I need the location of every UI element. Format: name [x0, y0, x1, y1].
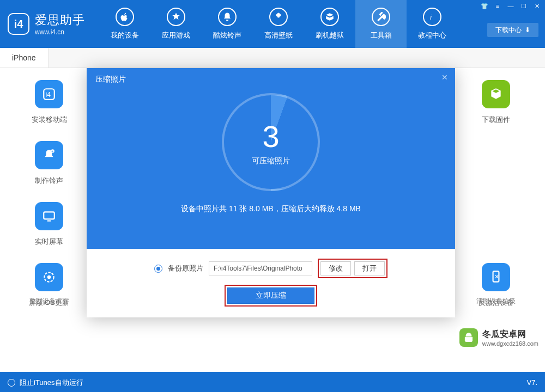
gear-block-icon — [35, 263, 63, 291]
tool-label: 下载固件 — [482, 115, 510, 125]
svg-text:✕: ✕ — [494, 273, 499, 280]
svg-text:i: i — [430, 14, 432, 21]
backup-original-radio[interactable] — [154, 265, 162, 273]
download-icon: ⬇ — [525, 26, 530, 34]
svg-point-8 — [47, 275, 51, 279]
cube-icon — [482, 80, 510, 108]
download-center-button[interactable]: 下载中心⬇ — [487, 23, 538, 37]
titlebar: i4 爱思助手 www.i4.cn 我的设备 应用游戏 酷炫铃声 高清壁纸 刷机… — [0, 0, 545, 48]
app-url: www.i4.cn — [35, 28, 85, 36]
app-name: 爱思助手 — [35, 12, 85, 28]
dialog-footer: 备份原照片 修改 打开 立即压缩 — [87, 249, 455, 317]
tool-install-mobile[interactable]: i4安装移动端 — [16, 80, 82, 141]
bell-icon — [218, 8, 237, 26]
watermark-title: 冬瓜安卓网 — [482, 329, 538, 340]
nav-my-device[interactable]: 我的设备 — [99, 0, 150, 48]
nav-ringtones[interactable]: 酷炫铃声 — [202, 0, 253, 48]
version-text: V7. — [526, 378, 537, 387]
device-tabbar: iPhone — [0, 48, 545, 68]
window-controls: 👕 ≡ — ☐ ✕ — [480, 2, 542, 10]
nav-wallpapers[interactable]: 高清壁纸 — [253, 0, 304, 48]
info-icon: i — [423, 8, 441, 26]
tool-label: 清理设备垃圾 — [476, 297, 516, 306]
nav-label: 应用游戏 — [162, 30, 190, 40]
app-store-icon — [167, 8, 185, 26]
dialog-close-button[interactable]: ✕ — [439, 71, 451, 83]
apple-icon — [116, 8, 134, 26]
watermark-url: www.dgxcdz168.com — [482, 340, 538, 347]
content-area: i4安装移动端 +制作铃声 实时屏幕 屏蔽iOS更新 下载固件 ✕反激活设备 整… — [0, 68, 545, 373]
nav-apps[interactable]: 应用游戏 — [150, 0, 202, 48]
backup-original-label: 备份原照片 — [168, 264, 203, 273]
watermark: 冬瓜安卓网 www.dgxcdz168.com — [456, 326, 542, 349]
backup-path-input[interactable] — [209, 261, 312, 275]
minimize-icon[interactable]: — — [506, 2, 516, 10]
tools-icon — [372, 8, 390, 26]
tool-label: 整理设备桌面 — [29, 297, 69, 306]
skin-icon[interactable]: 👕 — [480, 2, 489, 10]
compress-now-button[interactable]: 立即压缩 — [227, 287, 314, 304]
dialog-header-area: 压缩照片 ✕ 3 可压缩照片 设备中照片共 11 张 8.0 MB，压缩后大约释… — [87, 68, 455, 249]
highlight-box: 修改 打开 — [318, 259, 387, 278]
tool-deactivate-device[interactable]: ✕反激活设备 — [463, 263, 529, 324]
tool-block-ios-update[interactable]: 屏蔽iOS更新 — [16, 263, 82, 324]
tool-make-ringtone[interactable]: +制作铃声 — [16, 141, 82, 202]
backup-path-row: 备份原照片 修改 打开 — [154, 259, 387, 278]
compressible-count: 3 — [262, 119, 279, 154]
tool-bottom-item[interactable]: 清理设备垃圾 — [463, 297, 529, 306]
highlight-box: 立即压缩 — [225, 285, 317, 307]
logo-badge-icon: i4 — [8, 13, 29, 35]
modify-button[interactable]: 修改 — [320, 261, 351, 275]
flower-icon — [269, 8, 288, 26]
nav-toolbox[interactable]: 工具箱 — [355, 0, 407, 48]
svg-text:i4: i4 — [46, 91, 51, 99]
status-toggle-icon — [8, 379, 15, 387]
i4-icon: i4 — [35, 80, 63, 108]
tools-right-column: 下载固件 ✕反激活设备 — [463, 80, 529, 324]
status-left[interactable]: 阻止iTunes自动运行 — [8, 378, 83, 388]
compressible-label: 可压缩照片 — [252, 156, 290, 166]
svg-text:+: + — [51, 150, 53, 154]
compress-info-text: 设备中照片共 11 张 8.0 MB，压缩后大约释放 4.8 MB — [87, 204, 455, 214]
statusbar: 阻止iTunes自动运行 V7. — [0, 373, 545, 392]
nav-label: 高清壁纸 — [264, 30, 293, 40]
progress-circle: 3 可压缩照片 — [222, 93, 320, 191]
app-logo: i4 爱思助手 www.i4.cn — [0, 12, 95, 36]
compress-photos-dialog: 压缩照片 ✕ 3 可压缩照片 设备中照片共 11 张 8.0 MB，压缩后大约释… — [87, 68, 455, 317]
nav-label: 工具箱 — [371, 30, 392, 40]
monitor-icon — [35, 202, 63, 230]
nav-tutorials[interactable]: i教程中心 — [407, 0, 458, 48]
bell-plus-icon: + — [35, 141, 63, 169]
tab-iphone[interactable]: iPhone — [0, 48, 49, 68]
svg-rect-5 — [44, 212, 55, 219]
tool-bottom-item[interactable]: 整理设备桌面 — [16, 297, 82, 306]
dialog-title: 压缩照片 — [87, 68, 455, 91]
maximize-icon[interactable]: ☐ — [519, 2, 529, 10]
nav-label: 酷炫铃声 — [213, 30, 241, 40]
open-button[interactable]: 打开 — [354, 261, 385, 275]
main-nav: 我的设备 应用游戏 酷炫铃声 高清壁纸 刷机越狱 工具箱 i教程中心 — [99, 0, 458, 48]
nav-flash[interactable]: 刷机越狱 — [304, 0, 355, 48]
tool-label: 安装移动端 — [32, 115, 67, 125]
tools-left-column: i4安装移动端 +制作铃声 实时屏幕 屏蔽iOS更新 — [16, 80, 82, 324]
close-icon[interactable]: ✕ — [532, 2, 542, 10]
tool-label: 实时屏幕 — [35, 237, 63, 247]
nav-label: 教程中心 — [418, 30, 446, 40]
menu-icon[interactable]: ≡ — [493, 2, 502, 10]
nav-label: 刷机越狱 — [316, 30, 344, 40]
svg-rect-6 — [47, 220, 51, 222]
download-center-label: 下载中心 — [495, 26, 522, 35]
android-icon — [459, 328, 478, 347]
nav-label: 我的设备 — [111, 30, 139, 40]
phone-x-icon: ✕ — [482, 263, 510, 291]
box-icon — [320, 8, 339, 26]
tool-download-firmware[interactable]: 下载固件 — [463, 80, 529, 141]
status-text: 阻止iTunes自动运行 — [20, 378, 83, 388]
tool-label: 制作铃声 — [35, 176, 63, 186]
tool-realtime-screen[interactable]: 实时屏幕 — [16, 202, 82, 263]
